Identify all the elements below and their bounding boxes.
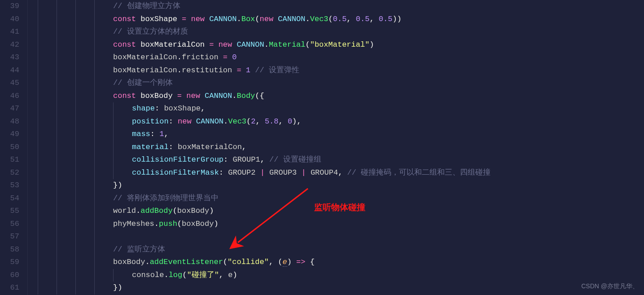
token-sp — [205, 40, 209, 49]
token-op: = — [177, 92, 182, 100]
token-var: boxShape — [140, 15, 177, 23]
token-punct: : — [223, 155, 232, 164]
code-line[interactable]: boxMaterialCon.restitution = 1 // 设置弹性 — [38, 64, 644, 77]
token-op: = — [182, 15, 186, 23]
token-ident: e — [228, 271, 232, 279]
token-sp — [273, 15, 278, 23]
code-line[interactable]: // 设置立方体的材质 — [38, 26, 644, 39]
token-comment: // 设置碰撞组 — [269, 155, 321, 164]
line-number: 59 — [0, 256, 19, 269]
token-func: push — [159, 220, 177, 228]
token-punct: , — [260, 155, 269, 164]
token-punct: ( — [329, 15, 333, 23]
line-number: 58 — [0, 243, 19, 256]
token-comment: // 碰撞掩码，可以和二组和三、四组碰撞 — [347, 168, 491, 177]
token-punct: . — [164, 271, 168, 279]
token-num: 0 — [232, 53, 237, 62]
code-editor[interactable]: 3940414243444546474849505152535455565758… — [0, 0, 644, 295]
token-ident: boxBody — [177, 207, 209, 215]
code-line[interactable]: }) — [38, 282, 644, 295]
token-punct: : — [155, 104, 164, 113]
line-number: 60 — [0, 269, 19, 282]
token-punct: ) — [232, 271, 237, 279]
token-func: addEventListener — [150, 258, 223, 266]
token-ident: restitution — [182, 66, 232, 75]
code-line[interactable]: // 监听立方体 — [38, 243, 644, 256]
token-punct: , — [346, 15, 355, 23]
token-punct: , — [201, 104, 205, 113]
line-number: 52 — [0, 167, 19, 180]
token-ident: GROUP1 — [232, 155, 260, 164]
token-ident: world — [113, 207, 136, 215]
token-prop: mass — [132, 130, 150, 138]
token-punct: )) — [392, 15, 401, 23]
code-line[interactable]: // 将刚体添加到物理世界当中 — [38, 192, 644, 205]
token-punct: }) — [113, 181, 122, 189]
line-number: 43 — [0, 51, 19, 64]
token-punct: : — [219, 168, 228, 177]
token-punct: { — [306, 258, 315, 266]
token-keyword: => — [296, 258, 305, 266]
token-prop: shape — [132, 104, 155, 113]
code-line[interactable]: phyMeshes.push(boxBody) — [38, 218, 644, 231]
code-line[interactable]: world.addBody(boxBody) — [38, 205, 644, 218]
token-func: Material — [269, 40, 306, 49]
code-line[interactable]: boxMaterialCon.friction = 0 — [38, 51, 644, 64]
token-num: 0.5 — [356, 15, 370, 23]
code-line[interactable]: }) — [38, 179, 644, 192]
token-punct: , — [338, 168, 347, 177]
token-punct: . — [264, 40, 269, 49]
code-line[interactable]: // 创建一个刚体 — [38, 77, 644, 90]
token-punct: . — [232, 92, 237, 100]
code-line[interactable]: // 创建物理立方体 — [38, 0, 644, 13]
line-number: 54 — [0, 192, 19, 205]
code-area[interactable]: // 创建物理立方体const boxShape = new CANNON.Bo… — [34, 0, 644, 295]
code-line[interactable]: position: new CANNON.Vec3(2, 5.8, 0), — [38, 115, 644, 128]
token-class: CANNON — [237, 40, 264, 49]
token-sp — [186, 15, 191, 23]
line-number: 53 — [0, 179, 19, 192]
token-op: | — [260, 168, 265, 177]
code-line[interactable]: const boxBody = new CANNON.Body({ — [38, 90, 644, 103]
token-sp — [265, 168, 269, 177]
code-line[interactable]: collisionFilterGroup: GROUP1, // 设置碰撞组 — [38, 154, 644, 167]
line-number: 61 — [0, 282, 19, 295]
code-line[interactable] — [38, 230, 644, 243]
token-punct: , ( — [269, 258, 283, 266]
code-line[interactable]: boxBody.addEventListener("collide", (e) … — [38, 256, 644, 269]
token-punct: ) — [369, 40, 374, 49]
line-number: 51 — [0, 154, 19, 167]
token-sp — [241, 66, 246, 75]
token-sp — [297, 168, 301, 177]
token-op: | — [302, 168, 306, 177]
token-class: CANNON — [209, 15, 237, 23]
token-sp — [232, 40, 237, 49]
code-line[interactable]: shape: boxShape, — [38, 102, 644, 115]
code-line[interactable]: console.log("碰撞了", e) — [38, 269, 644, 282]
token-comment: // 将刚体添加到物理世界当中 — [113, 194, 219, 203]
token-var: boxBody — [140, 92, 172, 100]
token-prop: material — [132, 143, 169, 151]
token-punct: }) — [113, 283, 122, 292]
code-line[interactable]: const boxMaterialCon = new CANNON.Materi… — [38, 39, 644, 52]
token-punct: , — [255, 117, 264, 126]
code-line[interactable]: material: boxMaterialCon, — [38, 141, 644, 154]
token-punct: . — [136, 207, 140, 215]
code-line[interactable]: collisionFilterMask: GROUP2 | GROUP3 | G… — [38, 167, 644, 180]
token-keyword: new — [191, 15, 205, 23]
line-number: 49 — [0, 128, 19, 141]
token-num: 0.5 — [333, 15, 347, 23]
token-punct: ( — [177, 220, 182, 228]
token-keyword: new — [219, 40, 232, 49]
token-punct: ) — [209, 207, 214, 215]
token-punct: ( — [173, 207, 177, 215]
token-ident: GROUP2 — [228, 168, 255, 177]
line-number: 50 — [0, 141, 19, 154]
token-func: Vec3 — [310, 15, 329, 23]
line-number: 42 — [0, 39, 19, 52]
token-punct: , — [242, 143, 246, 151]
token-punct: ({ — [255, 92, 264, 100]
token-punct: , — [279, 117, 288, 126]
code-line[interactable]: const boxShape = new CANNON.Box(new CANN… — [38, 13, 644, 26]
code-line[interactable]: mass: 1, — [38, 128, 644, 141]
